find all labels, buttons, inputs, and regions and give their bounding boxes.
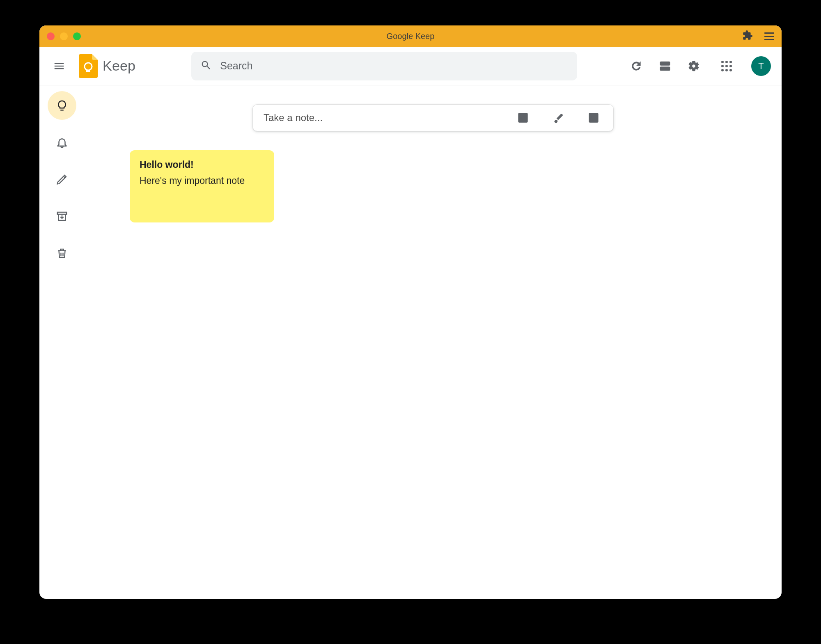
svg-rect-2 (660, 62, 670, 65)
notes-grid: Hello world! Here's my important note (85, 131, 782, 222)
image-icon (588, 112, 599, 124)
checkbox-icon (517, 112, 529, 124)
lightbulb-icon (56, 99, 68, 112)
svg-point-7 (591, 115, 593, 117)
account-avatar[interactable]: T (751, 56, 771, 76)
app-name: Keep (103, 58, 135, 74)
browser-menu-icon[interactable] (764, 32, 774, 40)
brush-icon (553, 112, 564, 124)
app-header: Keep (39, 47, 782, 85)
titlebar: Google Keep (39, 25, 782, 47)
svg-rect-4 (57, 212, 67, 214)
take-note-placeholder: Take a note... (264, 112, 511, 124)
sidebar-item-archive[interactable] (48, 202, 76, 231)
sidebar-item-trash[interactable] (48, 239, 76, 268)
search-input[interactable] (220, 60, 568, 72)
search-bar[interactable] (191, 52, 577, 80)
archive-icon (56, 210, 68, 222)
refresh-button[interactable] (627, 57, 645, 75)
sidebar-item-edit-labels[interactable] (48, 165, 76, 194)
sidebar-item-reminders[interactable] (48, 128, 76, 157)
maximize-window-button[interactable] (73, 32, 81, 40)
app-logo[interactable]: Keep (79, 54, 135, 78)
svg-rect-3 (660, 67, 670, 70)
window-title: Google Keep (39, 32, 782, 41)
list-view-button[interactable] (656, 57, 674, 75)
avatar-initial: T (758, 61, 764, 71)
bell-icon (56, 136, 68, 149)
minimize-window-button[interactable] (60, 32, 68, 40)
new-image-note-button[interactable] (585, 109, 603, 127)
window-controls (47, 32, 81, 40)
trash-icon (56, 247, 68, 259)
new-list-button[interactable] (514, 109, 532, 127)
close-window-button[interactable] (47, 32, 55, 40)
main-menu-button[interactable] (50, 57, 68, 75)
search-icon (200, 60, 212, 73)
sidebar-item-notes[interactable] (48, 91, 76, 120)
extensions-icon[interactable] (742, 30, 753, 42)
take-note-bar[interactable]: Take a note... (252, 104, 614, 131)
pencil-icon (56, 173, 68, 186)
svg-rect-1 (86, 70, 90, 72)
main-content: Take a note... (85, 85, 782, 599)
keep-logo-icon (79, 54, 98, 78)
header-actions (627, 57, 703, 75)
sidebar (39, 85, 85, 599)
note-title: Hello world! (140, 159, 264, 170)
note-card[interactable]: Hello world! Here's my important note (130, 150, 274, 222)
note-body: Here's my important note (140, 175, 264, 186)
new-drawing-button[interactable] (549, 109, 567, 127)
settings-button[interactable] (685, 57, 703, 75)
google-apps-button[interactable] (718, 57, 736, 75)
app-window: Google Keep (39, 25, 782, 599)
apps-grid-icon (721, 61, 732, 71)
